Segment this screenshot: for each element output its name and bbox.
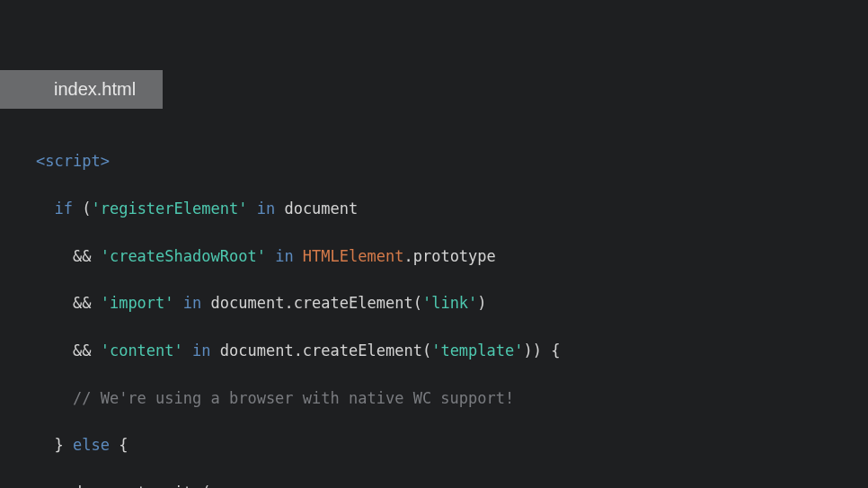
- code-line: document.write(: [36, 481, 850, 488]
- code-line: && 'import' in document.createElement('l…: [36, 291, 850, 315]
- code-line: && 'content' in document.createElement('…: [36, 339, 850, 362]
- code-line: } else {: [36, 433, 850, 457]
- code-line: // We're using a browser with native WC …: [36, 386, 850, 410]
- file-tab-label: index.html: [54, 79, 136, 99]
- code-line: <script>: [36, 149, 850, 173]
- file-tab[interactable]: index.html: [0, 70, 163, 109]
- code-line: if ('registerElement' in document: [36, 197, 850, 220]
- code-line: && 'createShadowRoot' in HTMLElement.pro…: [36, 244, 850, 268]
- code-block: <script> if ('registerElement' in docume…: [36, 126, 850, 488]
